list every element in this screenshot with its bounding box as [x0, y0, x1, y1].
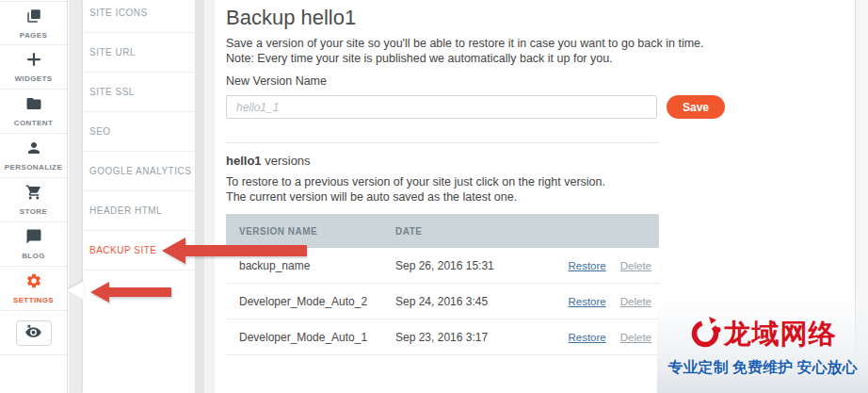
menu-item-google-analytics[interactable]: GOOGLE ANALYTICS — [83, 152, 195, 191]
sidebar-item-blog[interactable]: BLOG — [0, 222, 67, 267]
delete-link[interactable]: Delete — [620, 260, 651, 271]
version-name-cell: Developer_Mode_Auto_1 — [226, 331, 395, 344]
sidebar-gap — [69, 0, 83, 393]
menu-item-site-ssl[interactable]: SITE SSL — [83, 73, 195, 112]
preview-row — [0, 311, 67, 355]
annotation-arrow-backup-site — [162, 237, 307, 264]
page-title: Backup hello1 — [226, 6, 356, 30]
restore-link[interactable]: Restore — [568, 296, 605, 307]
arrow-head-icon — [90, 282, 109, 303]
panel-main-gap — [204, 0, 215, 393]
sidebar-item-label: WIDGETS — [14, 74, 52, 83]
sidebar-item-label: PAGES — [20, 31, 47, 40]
version-name-cell: Developer_Mode_Auto_2 — [226, 295, 395, 308]
column-header-date: DATE — [395, 226, 422, 237]
versions-heading: hello1 versions — [226, 154, 311, 168]
save-button[interactable]: Save — [667, 95, 725, 119]
sidebar-item-settings[interactable]: SETTINGS — [0, 267, 67, 311]
sidebar-item-personalize[interactable]: PERSONALIZE — [0, 134, 67, 178]
section-divider — [226, 142, 659, 143]
delete-link[interactable]: Delete — [620, 296, 651, 307]
annotation-arrow-settings — [90, 282, 171, 303]
plus-icon — [25, 51, 42, 72]
cart-icon — [25, 184, 42, 205]
version-date-cell: Sep 24, 2016 3:45 — [395, 295, 544, 308]
sidebar-item-label: BLOG — [22, 252, 45, 260]
sidebar-item-label: PERSONALIZE — [5, 163, 62, 172]
restore-link[interactable]: Restore — [568, 260, 605, 271]
gear-icon — [25, 272, 42, 293]
version-date-cell: Sep 23, 2016 3:17 — [395, 331, 544, 344]
menu-item-seo[interactable]: SEO — [83, 112, 195, 152]
menu-item-header-html[interactable]: HEADER HTML — [83, 191, 195, 231]
sidebar-item-label: SETTINGS — [13, 296, 54, 304]
table-row: Developer_Mode_Auto_2 Sep 24, 2016 3:45 … — [226, 284, 659, 319]
menu-item-site-icons[interactable]: SITE ICONS — [83, 0, 195, 33]
menu-item-site-url[interactable]: SITE URL — [83, 33, 195, 73]
settings-panel-notch — [67, 281, 84, 300]
new-version-name-input[interactable] — [226, 95, 657, 119]
versions-instructions: To restore to a previous version of your… — [226, 175, 605, 205]
hide-preview-button[interactable] — [16, 320, 52, 346]
sidebar-item-content[interactable]: CONTENT — [0, 90, 67, 134]
new-version-name-label: New Version Name — [226, 74, 327, 88]
watermark-brand: 龙域网络 — [724, 316, 837, 353]
sidebar-item-label: STORE — [20, 207, 47, 216]
version-date-cell: Sep 26, 2016 15:31 — [395, 259, 544, 272]
delete-link[interactable]: Delete — [620, 332, 651, 343]
page-description: Save a version of your site so you'll be… — [226, 37, 704, 66]
arrow-head-icon — [162, 237, 185, 264]
watermark-logo-icon — [689, 316, 723, 353]
person-icon — [25, 139, 42, 160]
panel-scrollbar-track[interactable] — [195, 0, 204, 393]
primary-sidebar: PAGES WIDGETS CONTENT PERSONALIZE STORE — [0, 0, 68, 393]
sidebar-item-pages[interactable]: PAGES — [0, 1, 67, 45]
folder-icon — [25, 95, 42, 116]
app-window: PAGES WIDGETS CONTENT PERSONALIZE STORE — [0, 0, 868, 393]
sidebar-item-store[interactable]: STORE — [0, 178, 67, 222]
column-header-version-name: VERSION NAME — [226, 226, 395, 237]
new-version-form: Save — [226, 95, 725, 119]
table-row: Developer_Mode_Auto_1 Sep 23, 2016 3:17 … — [226, 319, 659, 355]
watermark-tagline: 专业定制 免费维护 安心放心 — [668, 358, 858, 378]
watermark: 龙域网络 专业定制 免费维护 安心放心 — [657, 301, 868, 393]
eye-hidden-icon — [24, 324, 42, 341]
sidebar-item-label: CONTENT — [14, 119, 53, 127]
versions-table: VERSION NAME DATE backup_name Sep 26, 20… — [226, 214, 659, 355]
sidebar-item-widgets[interactable]: WIDGETS — [0, 45, 67, 90]
pages-icon — [25, 8, 42, 28]
chat-icon — [25, 228, 42, 249]
settings-menu: SITE ICONS SITE URL SITE SSL SEO GOOGLE … — [83, 0, 195, 393]
restore-link[interactable]: Restore — [568, 332, 605, 343]
